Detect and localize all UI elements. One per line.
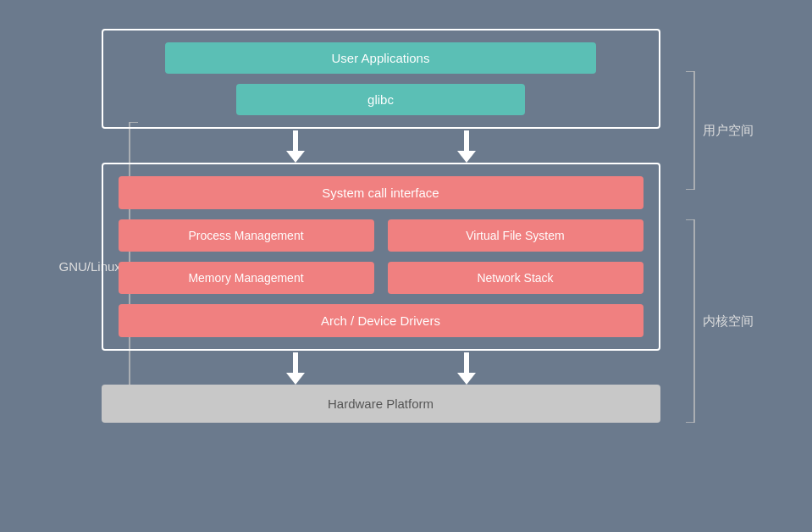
arch-device-drivers-block: Arch / Device Drivers <box>119 304 644 337</box>
kernel-space-box: System call interface Process Management… <box>102 163 660 351</box>
diagram-container: GNU/Linux 用户空间 内核空间 User Applications gl… <box>59 20 754 512</box>
kernel-row-1: Process Management Virtual File System <box>119 219 644 252</box>
arrow-left-2 <box>286 352 305 385</box>
arrow-right-2 <box>457 352 476 385</box>
kernel-space-label: 内核空间 <box>682 219 754 423</box>
main-column: User Applications glibc System call inte… <box>102 29 660 423</box>
arrow-row-2 <box>102 351 660 385</box>
virtual-file-system-block: Virtual File System <box>388 219 644 252</box>
hardware-platform-block: Hardware Platform <box>102 385 660 423</box>
kernel-row-2: Memory Management Network Stack <box>119 262 644 294</box>
user-space-text: 用户空间 <box>703 123 754 139</box>
arrow-row-1 <box>102 129 660 163</box>
glibc-block: glibc <box>236 84 525 115</box>
arrow-left-1 <box>286 130 305 163</box>
network-stack-block: Network Stack <box>388 262 644 294</box>
user-applications-block: User Applications <box>165 42 595 74</box>
arrow-right-1 <box>457 130 476 163</box>
kernel-space-text: 内核空间 <box>703 313 754 330</box>
process-management-block: Process Management <box>119 219 374 252</box>
memory-management-block: Memory Management <box>119 262 374 294</box>
system-call-block: System call interface <box>119 176 644 209</box>
user-space-box: User Applications glibc <box>102 29 660 129</box>
user-space-label: 用户空间 <box>682 71 754 190</box>
